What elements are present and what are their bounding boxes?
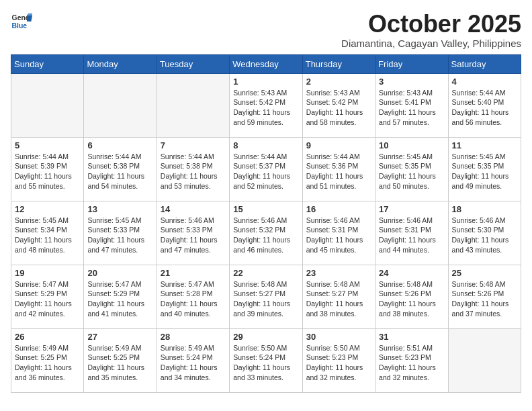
day-cell-0-2 <box>157 73 229 137</box>
day-info: Sunrise: 5:44 AM Sunset: 5:37 PM Dayligh… <box>233 152 298 191</box>
day-info: Sunrise: 5:46 AM Sunset: 5:32 PM Dayligh… <box>233 216 298 255</box>
day-number: 25 <box>452 268 517 278</box>
day-cell-3-4: 23Sunrise: 5:48 AM Sunset: 5:27 PM Dayli… <box>302 265 375 328</box>
day-number: 31 <box>379 332 444 342</box>
day-info: Sunrise: 5:45 AM Sunset: 5:35 PM Dayligh… <box>452 152 517 191</box>
day-info: Sunrise: 5:51 AM Sunset: 5:23 PM Dayligh… <box>379 343 444 383</box>
day-cell-3-2: 21Sunrise: 5:47 AM Sunset: 5:28 PM Dayli… <box>157 265 229 328</box>
day-number: 16 <box>306 204 371 214</box>
day-cell-2-4: 16Sunrise: 5:46 AM Sunset: 5:31 PM Dayli… <box>302 201 375 265</box>
day-cell-0-6: 4Sunrise: 5:44 AM Sunset: 5:40 PM Daylig… <box>448 73 521 137</box>
day-cell-2-0: 12Sunrise: 5:45 AM Sunset: 5:34 PM Dayli… <box>11 201 84 265</box>
day-number: 11 <box>452 140 517 150</box>
svg-text:Blue: Blue <box>12 22 28 30</box>
day-info: Sunrise: 5:48 AM Sunset: 5:26 PM Dayligh… <box>379 279 444 319</box>
col-wednesday: Wednesday <box>230 54 302 73</box>
day-info: Sunrise: 5:43 AM Sunset: 5:42 PM Dayligh… <box>233 88 298 128</box>
calendar-header-row: Sunday Monday Tuesday Wednesday Thursday… <box>11 54 521 73</box>
day-cell-1-3: 8Sunrise: 5:44 AM Sunset: 5:37 PM Daylig… <box>230 137 302 201</box>
day-cell-0-4: 2Sunrise: 5:43 AM Sunset: 5:42 PM Daylig… <box>302 73 375 137</box>
day-cell-1-6: 11Sunrise: 5:45 AM Sunset: 5:35 PM Dayli… <box>448 137 521 201</box>
day-number: 24 <box>379 268 444 278</box>
day-info: Sunrise: 5:44 AM Sunset: 5:39 PM Dayligh… <box>15 152 80 191</box>
day-info: Sunrise: 5:44 AM Sunset: 5:38 PM Dayligh… <box>87 152 152 191</box>
day-cell-4-4: 30Sunrise: 5:50 AM Sunset: 5:23 PM Dayli… <box>302 328 375 392</box>
day-cell-1-5: 10Sunrise: 5:45 AM Sunset: 5:35 PM Dayli… <box>375 137 448 201</box>
day-number: 30 <box>306 332 371 342</box>
col-friday: Friday <box>375 54 448 73</box>
day-number: 15 <box>233 204 298 214</box>
day-info: Sunrise: 5:50 AM Sunset: 5:23 PM Dayligh… <box>306 343 371 383</box>
day-info: Sunrise: 5:49 AM Sunset: 5:25 PM Dayligh… <box>87 343 152 383</box>
day-info: Sunrise: 5:47 AM Sunset: 5:29 PM Dayligh… <box>87 279 152 319</box>
day-number: 8 <box>233 140 298 150</box>
day-number: 21 <box>161 268 226 278</box>
location-subtitle: Diamantina, Cagayan Valley, Philippines <box>341 38 521 49</box>
month-title: October 2025 <box>341 11 521 38</box>
day-cell-2-5: 17Sunrise: 5:46 AM Sunset: 5:31 PM Dayli… <box>375 201 448 265</box>
day-info: Sunrise: 5:44 AM Sunset: 5:36 PM Dayligh… <box>306 152 371 191</box>
day-info: Sunrise: 5:44 AM Sunset: 5:38 PM Dayligh… <box>161 152 226 191</box>
day-cell-3-5: 24Sunrise: 5:48 AM Sunset: 5:26 PM Dayli… <box>375 265 448 328</box>
day-info: Sunrise: 5:44 AM Sunset: 5:40 PM Dayligh… <box>452 88 517 128</box>
day-info: Sunrise: 5:45 AM Sunset: 5:33 PM Dayligh… <box>87 216 152 255</box>
day-cell-0-1 <box>84 73 157 137</box>
day-info: Sunrise: 5:49 AM Sunset: 5:24 PM Dayligh… <box>161 343 226 383</box>
day-cell-2-1: 13Sunrise: 5:45 AM Sunset: 5:33 PM Dayli… <box>84 201 157 265</box>
day-cell-4-5: 31Sunrise: 5:51 AM Sunset: 5:23 PM Dayli… <box>375 328 448 392</box>
day-info: Sunrise: 5:50 AM Sunset: 5:24 PM Dayligh… <box>233 343 298 383</box>
day-cell-4-1: 27Sunrise: 5:49 AM Sunset: 5:25 PM Dayli… <box>84 328 157 392</box>
day-number: 4 <box>452 77 517 87</box>
svg-marker-3 <box>27 13 32 15</box>
col-sunday: Sunday <box>11 54 84 73</box>
calendar-table: Sunday Monday Tuesday Wednesday Thursday… <box>11 54 521 393</box>
day-number: 14 <box>161 204 226 214</box>
day-info: Sunrise: 5:46 AM Sunset: 5:31 PM Dayligh… <box>379 216 444 255</box>
day-number: 1 <box>233 77 298 87</box>
day-cell-0-5: 3Sunrise: 5:43 AM Sunset: 5:41 PM Daylig… <box>375 73 448 137</box>
day-cell-3-0: 19Sunrise: 5:47 AM Sunset: 5:29 PM Dayli… <box>11 265 84 328</box>
day-number: 18 <box>452 204 517 214</box>
col-saturday: Saturday <box>448 54 521 73</box>
col-monday: Monday <box>84 54 157 73</box>
day-info: Sunrise: 5:48 AM Sunset: 5:26 PM Dayligh… <box>452 279 517 319</box>
day-info: Sunrise: 5:47 AM Sunset: 5:29 PM Dayligh… <box>15 279 80 319</box>
day-cell-1-4: 9Sunrise: 5:44 AM Sunset: 5:36 PM Daylig… <box>302 137 375 201</box>
logo-icon: General Blue <box>11 11 32 32</box>
day-info: Sunrise: 5:45 AM Sunset: 5:34 PM Dayligh… <box>15 216 80 255</box>
day-cell-4-2: 28Sunrise: 5:49 AM Sunset: 5:24 PM Dayli… <box>157 328 229 392</box>
day-number: 23 <box>306 268 371 278</box>
day-cell-2-2: 14Sunrise: 5:46 AM Sunset: 5:33 PM Dayli… <box>157 201 229 265</box>
day-info: Sunrise: 5:46 AM Sunset: 5:30 PM Dayligh… <box>452 216 517 255</box>
col-thursday: Thursday <box>302 54 375 73</box>
col-tuesday: Tuesday <box>157 54 229 73</box>
day-number: 6 <box>87 140 152 150</box>
day-number: 5 <box>15 140 80 150</box>
week-row-3: 12Sunrise: 5:45 AM Sunset: 5:34 PM Dayli… <box>11 201 521 265</box>
day-cell-1-0: 5Sunrise: 5:44 AM Sunset: 5:39 PM Daylig… <box>11 137 84 201</box>
day-number: 22 <box>233 268 298 278</box>
day-number: 26 <box>15 332 80 342</box>
day-info: Sunrise: 5:43 AM Sunset: 5:41 PM Dayligh… <box>379 88 444 128</box>
week-row-1: 1Sunrise: 5:43 AM Sunset: 5:42 PM Daylig… <box>11 73 521 137</box>
day-cell-4-3: 29Sunrise: 5:50 AM Sunset: 5:24 PM Dayli… <box>230 328 302 392</box>
day-number: 28 <box>161 332 226 342</box>
week-row-4: 19Sunrise: 5:47 AM Sunset: 5:29 PM Dayli… <box>11 265 521 328</box>
day-number: 3 <box>379 77 444 87</box>
day-info: Sunrise: 5:49 AM Sunset: 5:25 PM Dayligh… <box>15 343 80 383</box>
day-info: Sunrise: 5:48 AM Sunset: 5:27 PM Dayligh… <box>233 279 298 319</box>
day-number: 7 <box>161 140 226 150</box>
day-cell-1-2: 7Sunrise: 5:44 AM Sunset: 5:38 PM Daylig… <box>157 137 229 201</box>
title-block: October 2025 Diamantina, Cagayan Valley,… <box>341 11 521 49</box>
day-cell-4-0: 26Sunrise: 5:49 AM Sunset: 5:25 PM Dayli… <box>11 328 84 392</box>
day-info: Sunrise: 5:46 AM Sunset: 5:33 PM Dayligh… <box>161 216 226 255</box>
week-row-5: 26Sunrise: 5:49 AM Sunset: 5:25 PM Dayli… <box>11 328 521 392</box>
day-number: 20 <box>87 268 152 278</box>
day-cell-3-6: 25Sunrise: 5:48 AM Sunset: 5:26 PM Dayli… <box>448 265 521 328</box>
day-cell-2-3: 15Sunrise: 5:46 AM Sunset: 5:32 PM Dayli… <box>230 201 302 265</box>
day-number: 12 <box>15 204 80 214</box>
day-number: 2 <box>306 77 371 87</box>
day-info: Sunrise: 5:43 AM Sunset: 5:42 PM Dayligh… <box>306 88 371 128</box>
week-row-2: 5Sunrise: 5:44 AM Sunset: 5:39 PM Daylig… <box>11 137 521 201</box>
day-number: 13 <box>87 204 152 214</box>
